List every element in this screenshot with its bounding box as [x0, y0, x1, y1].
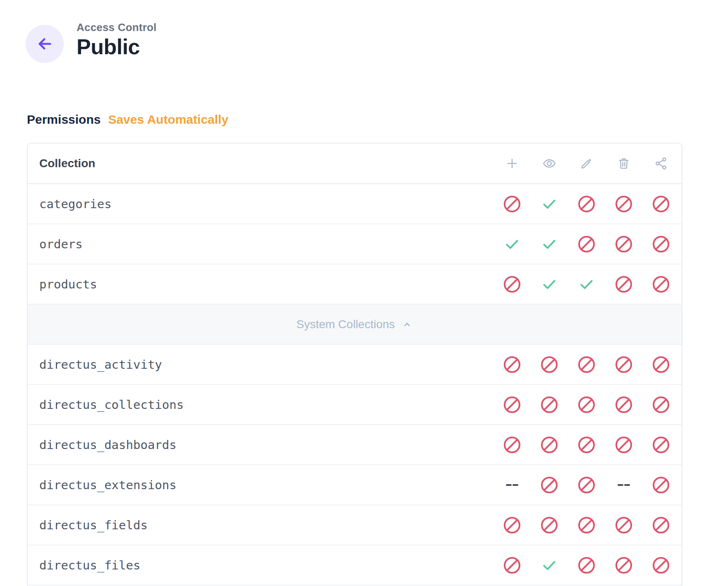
check-icon[interactable] — [531, 545, 568, 585]
check-icon[interactable] — [531, 224, 568, 264]
table-row: directus_collections — [28, 385, 682, 425]
perm-cells — [493, 224, 680, 264]
block-icon[interactable] — [493, 184, 531, 224]
block-icon[interactable] — [568, 184, 605, 224]
block-icon[interactable] — [642, 344, 680, 384]
block-icon[interactable] — [605, 264, 642, 304]
block-icon[interactable] — [568, 344, 605, 384]
block-icon[interactable] — [493, 425, 531, 465]
check-icon[interactable] — [568, 264, 605, 304]
block-icon[interactable] — [568, 545, 605, 585]
chevron-up-icon — [401, 318, 413, 331]
permissions-label: Permissions — [27, 113, 101, 127]
block-icon[interactable] — [493, 384, 531, 425]
block-icon[interactable] — [568, 384, 605, 425]
system-collections-toggle[interactable]: System Collections — [28, 305, 682, 345]
block-icon[interactable] — [605, 184, 642, 224]
block-icon[interactable] — [568, 505, 605, 545]
collection-name: directus_activity — [39, 358, 493, 372]
trash-icon — [605, 143, 642, 184]
collection-column-header: Collection — [39, 157, 493, 170]
table-body: categories orders products System Collec… — [28, 184, 682, 586]
block-icon[interactable] — [642, 264, 680, 304]
permissions-table: Collection — [27, 143, 682, 586]
block-icon[interactable] — [531, 384, 568, 425]
collection-name: categories — [39, 197, 493, 211]
table-row: orders — [28, 224, 682, 264]
collection-name: directus_dashboards — [39, 438, 493, 452]
block-icon[interactable] — [531, 465, 568, 505]
table-row: directus_dashboards — [28, 425, 682, 465]
back-button[interactable] — [26, 25, 64, 63]
check-icon[interactable] — [531, 264, 568, 304]
action-column-headers — [493, 143, 680, 184]
block-icon[interactable] — [531, 344, 568, 384]
pencil-icon — [568, 143, 605, 184]
block-icon[interactable] — [642, 465, 680, 505]
block-icon[interactable] — [493, 264, 531, 304]
block-icon[interactable] — [642, 505, 680, 545]
block-icon[interactable] — [642, 384, 680, 425]
block-icon[interactable] — [605, 505, 642, 545]
perm-cells — [493, 344, 680, 384]
block-icon[interactable] — [642, 184, 680, 224]
block-icon[interactable] — [568, 224, 605, 264]
table-row: directus_fields — [28, 505, 682, 545]
table-row: products — [28, 264, 682, 305]
table-row: directus_activity — [28, 345, 682, 385]
block-icon[interactable] — [493, 344, 531, 384]
system-collections-label: System Collections — [296, 318, 395, 331]
perm-cells — [493, 465, 680, 505]
table-header-row: Collection — [28, 144, 682, 184]
perm-cells — [493, 425, 680, 465]
dash-icon[interactable] — [493, 465, 531, 505]
collection-name: directus_fields — [39, 518, 493, 532]
block-icon[interactable] — [605, 545, 642, 585]
block-icon[interactable] — [642, 224, 680, 264]
breadcrumb: Access Control — [77, 21, 157, 34]
block-icon[interactable] — [531, 425, 568, 465]
arrow-left-icon — [35, 34, 54, 53]
collection-name: directus_files — [39, 558, 493, 572]
plus-icon — [493, 143, 531, 184]
block-icon[interactable] — [568, 425, 605, 465]
perm-cells — [493, 184, 680, 224]
page-title: Public — [77, 35, 157, 59]
table-row: directus_files — [28, 545, 682, 586]
collection-name: products — [39, 277, 493, 291]
collection-name: directus_extensions — [39, 478, 493, 492]
check-icon[interactable] — [531, 184, 568, 224]
collection-name: orders — [39, 237, 493, 251]
perm-cells — [493, 384, 680, 425]
share-icon — [642, 143, 680, 184]
block-icon[interactable] — [605, 344, 642, 384]
block-icon[interactable] — [605, 224, 642, 264]
block-icon[interactable] — [568, 465, 605, 505]
perm-cells — [493, 264, 680, 304]
block-icon[interactable] — [605, 384, 642, 425]
permissions-heading: Permissions Saves Automatically — [27, 113, 228, 127]
perm-cells — [493, 545, 680, 585]
block-icon[interactable] — [493, 545, 531, 585]
autosave-note: Saves Automatically — [108, 113, 228, 127]
block-icon[interactable] — [642, 545, 680, 585]
page-header: Access Control Public — [26, 21, 157, 63]
block-icon[interactable] — [531, 505, 568, 545]
block-icon[interactable] — [605, 425, 642, 465]
block-icon[interactable] — [493, 505, 531, 545]
dash-icon[interactable] — [605, 465, 642, 505]
table-row: directus_extensions — [28, 465, 682, 505]
table-row: categories — [28, 184, 682, 224]
eye-icon — [531, 143, 568, 184]
title-block: Access Control Public — [77, 21, 157, 59]
check-icon[interactable] — [493, 224, 531, 264]
collection-name: directus_collections — [39, 398, 493, 412]
block-icon[interactable] — [642, 425, 680, 465]
perm-cells — [493, 505, 680, 545]
